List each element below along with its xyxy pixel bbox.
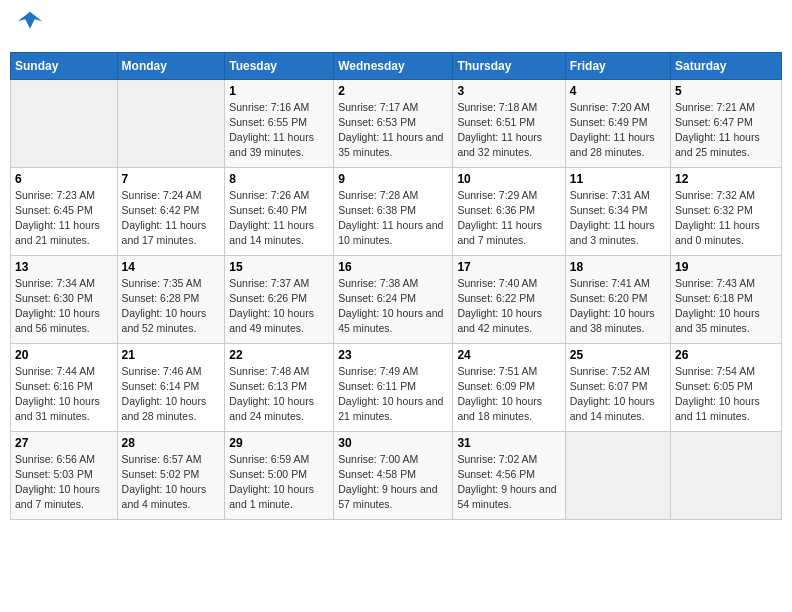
logo-bird-icon xyxy=(16,10,44,38)
day-info: Sunrise: 7:26 AM Sunset: 6:40 PM Dayligh… xyxy=(229,188,329,249)
day-info: Sunrise: 7:02 AM Sunset: 4:56 PM Dayligh… xyxy=(457,452,560,513)
calendar-cell xyxy=(11,79,118,167)
calendar-cell: 11Sunrise: 7:31 AM Sunset: 6:34 PM Dayli… xyxy=(565,167,670,255)
calendar-cell: 15Sunrise: 7:37 AM Sunset: 6:26 PM Dayli… xyxy=(225,255,334,343)
calendar-cell: 2Sunrise: 7:17 AM Sunset: 6:53 PM Daylig… xyxy=(334,79,453,167)
day-number: 8 xyxy=(229,172,329,186)
day-info: Sunrise: 7:49 AM Sunset: 6:11 PM Dayligh… xyxy=(338,364,448,425)
day-info: Sunrise: 7:35 AM Sunset: 6:28 PM Dayligh… xyxy=(122,276,221,337)
day-number: 12 xyxy=(675,172,777,186)
day-info: Sunrise: 7:00 AM Sunset: 4:58 PM Dayligh… xyxy=(338,452,448,513)
day-number: 16 xyxy=(338,260,448,274)
calendar-cell: 5Sunrise: 7:21 AM Sunset: 6:47 PM Daylig… xyxy=(671,79,782,167)
calendar-cell: 21Sunrise: 7:46 AM Sunset: 6:14 PM Dayli… xyxy=(117,343,225,431)
day-number: 4 xyxy=(570,84,666,98)
day-info: Sunrise: 7:40 AM Sunset: 6:22 PM Dayligh… xyxy=(457,276,560,337)
day-info: Sunrise: 7:52 AM Sunset: 6:07 PM Dayligh… xyxy=(570,364,666,425)
day-info: Sunrise: 6:56 AM Sunset: 5:03 PM Dayligh… xyxy=(15,452,113,513)
day-info: Sunrise: 7:51 AM Sunset: 6:09 PM Dayligh… xyxy=(457,364,560,425)
calendar-cell: 10Sunrise: 7:29 AM Sunset: 6:36 PM Dayli… xyxy=(453,167,565,255)
logo-line1 xyxy=(14,10,44,44)
calendar-week-row: 20Sunrise: 7:44 AM Sunset: 6:16 PM Dayli… xyxy=(11,343,782,431)
day-info: Sunrise: 6:57 AM Sunset: 5:02 PM Dayligh… xyxy=(122,452,221,513)
day-info: Sunrise: 6:59 AM Sunset: 5:00 PM Dayligh… xyxy=(229,452,329,513)
day-header-thursday: Thursday xyxy=(453,52,565,79)
day-info: Sunrise: 7:24 AM Sunset: 6:42 PM Dayligh… xyxy=(122,188,221,249)
day-number: 21 xyxy=(122,348,221,362)
day-number: 17 xyxy=(457,260,560,274)
day-header-friday: Friday xyxy=(565,52,670,79)
calendar-cell: 18Sunrise: 7:41 AM Sunset: 6:20 PM Dayli… xyxy=(565,255,670,343)
svg-marker-0 xyxy=(18,12,42,29)
calendar-cell: 25Sunrise: 7:52 AM Sunset: 6:07 PM Dayli… xyxy=(565,343,670,431)
day-info: Sunrise: 7:43 AM Sunset: 6:18 PM Dayligh… xyxy=(675,276,777,337)
day-info: Sunrise: 7:18 AM Sunset: 6:51 PM Dayligh… xyxy=(457,100,560,161)
calendar-cell: 23Sunrise: 7:49 AM Sunset: 6:11 PM Dayli… xyxy=(334,343,453,431)
day-header-wednesday: Wednesday xyxy=(334,52,453,79)
day-number: 10 xyxy=(457,172,560,186)
calendar-cell: 9Sunrise: 7:28 AM Sunset: 6:38 PM Daylig… xyxy=(334,167,453,255)
page-header xyxy=(10,10,782,44)
day-info: Sunrise: 7:34 AM Sunset: 6:30 PM Dayligh… xyxy=(15,276,113,337)
day-number: 28 xyxy=(122,436,221,450)
day-info: Sunrise: 7:48 AM Sunset: 6:13 PM Dayligh… xyxy=(229,364,329,425)
calendar-cell: 6Sunrise: 7:23 AM Sunset: 6:45 PM Daylig… xyxy=(11,167,118,255)
day-number: 23 xyxy=(338,348,448,362)
day-info: Sunrise: 7:32 AM Sunset: 6:32 PM Dayligh… xyxy=(675,188,777,249)
day-number: 18 xyxy=(570,260,666,274)
calendar-cell xyxy=(117,79,225,167)
day-info: Sunrise: 7:44 AM Sunset: 6:16 PM Dayligh… xyxy=(15,364,113,425)
calendar-cell: 29Sunrise: 6:59 AM Sunset: 5:00 PM Dayli… xyxy=(225,431,334,519)
day-number: 3 xyxy=(457,84,560,98)
day-number: 30 xyxy=(338,436,448,450)
calendar-cell: 27Sunrise: 6:56 AM Sunset: 5:03 PM Dayli… xyxy=(11,431,118,519)
day-info: Sunrise: 7:16 AM Sunset: 6:55 PM Dayligh… xyxy=(229,100,329,161)
calendar-week-row: 27Sunrise: 6:56 AM Sunset: 5:03 PM Dayli… xyxy=(11,431,782,519)
day-number: 26 xyxy=(675,348,777,362)
day-info: Sunrise: 7:41 AM Sunset: 6:20 PM Dayligh… xyxy=(570,276,666,337)
day-number: 31 xyxy=(457,436,560,450)
calendar-cell: 17Sunrise: 7:40 AM Sunset: 6:22 PM Dayli… xyxy=(453,255,565,343)
calendar-cell xyxy=(565,431,670,519)
calendar-cell: 1Sunrise: 7:16 AM Sunset: 6:55 PM Daylig… xyxy=(225,79,334,167)
calendar-cell: 3Sunrise: 7:18 AM Sunset: 6:51 PM Daylig… xyxy=(453,79,565,167)
day-number: 11 xyxy=(570,172,666,186)
day-number: 5 xyxy=(675,84,777,98)
calendar-cell: 13Sunrise: 7:34 AM Sunset: 6:30 PM Dayli… xyxy=(11,255,118,343)
day-number: 25 xyxy=(570,348,666,362)
calendar-cell: 22Sunrise: 7:48 AM Sunset: 6:13 PM Dayli… xyxy=(225,343,334,431)
day-number: 15 xyxy=(229,260,329,274)
day-number: 6 xyxy=(15,172,113,186)
calendar-cell: 7Sunrise: 7:24 AM Sunset: 6:42 PM Daylig… xyxy=(117,167,225,255)
day-header-monday: Monday xyxy=(117,52,225,79)
day-header-sunday: Sunday xyxy=(11,52,118,79)
day-info: Sunrise: 7:38 AM Sunset: 6:24 PM Dayligh… xyxy=(338,276,448,337)
calendar-week-row: 6Sunrise: 7:23 AM Sunset: 6:45 PM Daylig… xyxy=(11,167,782,255)
day-number: 27 xyxy=(15,436,113,450)
day-info: Sunrise: 7:46 AM Sunset: 6:14 PM Dayligh… xyxy=(122,364,221,425)
day-number: 13 xyxy=(15,260,113,274)
calendar-cell: 19Sunrise: 7:43 AM Sunset: 6:18 PM Dayli… xyxy=(671,255,782,343)
calendar-cell: 20Sunrise: 7:44 AM Sunset: 6:16 PM Dayli… xyxy=(11,343,118,431)
calendar-table: SundayMondayTuesdayWednesdayThursdayFrid… xyxy=(10,52,782,520)
logo xyxy=(14,10,44,44)
day-number: 22 xyxy=(229,348,329,362)
day-info: Sunrise: 7:23 AM Sunset: 6:45 PM Dayligh… xyxy=(15,188,113,249)
day-header-tuesday: Tuesday xyxy=(225,52,334,79)
day-info: Sunrise: 7:31 AM Sunset: 6:34 PM Dayligh… xyxy=(570,188,666,249)
day-number: 19 xyxy=(675,260,777,274)
day-info: Sunrise: 7:54 AM Sunset: 6:05 PM Dayligh… xyxy=(675,364,777,425)
calendar-header-row: SundayMondayTuesdayWednesdayThursdayFrid… xyxy=(11,52,782,79)
calendar-cell xyxy=(671,431,782,519)
calendar-week-row: 13Sunrise: 7:34 AM Sunset: 6:30 PM Dayli… xyxy=(11,255,782,343)
calendar-cell: 28Sunrise: 6:57 AM Sunset: 5:02 PM Dayli… xyxy=(117,431,225,519)
day-number: 2 xyxy=(338,84,448,98)
calendar-cell: 14Sunrise: 7:35 AM Sunset: 6:28 PM Dayli… xyxy=(117,255,225,343)
calendar-cell: 4Sunrise: 7:20 AM Sunset: 6:49 PM Daylig… xyxy=(565,79,670,167)
day-number: 1 xyxy=(229,84,329,98)
day-header-saturday: Saturday xyxy=(671,52,782,79)
calendar-cell: 12Sunrise: 7:32 AM Sunset: 6:32 PM Dayli… xyxy=(671,167,782,255)
day-number: 9 xyxy=(338,172,448,186)
day-number: 24 xyxy=(457,348,560,362)
day-info: Sunrise: 7:37 AM Sunset: 6:26 PM Dayligh… xyxy=(229,276,329,337)
